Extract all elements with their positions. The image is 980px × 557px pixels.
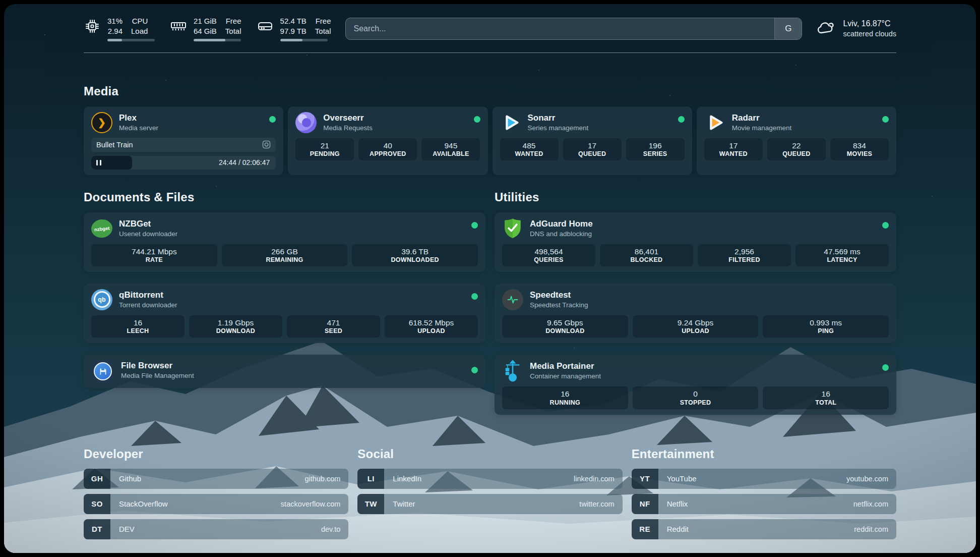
app-name: Overseerr [323,113,373,124]
stat-box: 9.24 Gbps UPLOAD [633,315,759,338]
status-online-dot [882,116,889,123]
links-column-social: Social LI LinkedIn linkedin.com TW Twitt… [357,447,622,539]
search-input[interactable] [346,18,775,39]
documents-column: Documents & Files nzbget NZBGet Usenet d… [84,190,485,415]
link-abbr-badge: YT [632,469,658,489]
link-abbr-badge: GH [84,469,110,489]
status-online-dot [471,293,478,300]
link-abbr-badge: TW [357,494,384,514]
weather-condition: scattered clouds [843,29,896,39]
section-title-social: Social [357,447,622,461]
status-online-dot [882,364,889,371]
qbittorrent-icon: qb [91,289,112,310]
stat-box: 16 LEECH [91,315,185,338]
app-subtitle: Usenet downloader [119,230,177,239]
system-stats: 31% 2.94 CPU Load [84,16,331,41]
app-name: Media Portainer [530,361,601,372]
section-title-documents: Documents & Files [84,190,485,204]
memory-progress-bar [194,39,241,41]
link-row-linkedin[interactable]: LI LinkedIn linkedin.com [357,469,622,489]
app-card-nzbget[interactable]: nzbget NZBGet Usenet downloader 744.21 M… [84,212,485,272]
app-card-radarr[interactable]: Radarr Movie management 17 WANTED 22 QUE… [697,106,896,175]
app-name: Speedtest [530,290,588,301]
app-card-adguard[interactable]: AdGuard Home DNS and adblocking 498,564 … [495,212,896,272]
cpu-widget: 31% 2.94 CPU Load [84,16,155,41]
link-row-stackoverflow[interactable]: SO StackOverflow stackoverflow.com [84,494,348,514]
app-card-plex[interactable]: ❯ Plex Media server Bullet Train [84,106,283,175]
cpu-load-value: 2.94 [107,26,122,36]
app-card-speedtest[interactable]: Speedtest Speedtest Tracking 9.65 Gbps D… [495,284,896,343]
status-online-dot [474,116,480,123]
stat-box: 0.993 ms PING [763,315,889,338]
header-divider [84,52,896,53]
status-online-dot [269,116,276,123]
now-playing-title: Bullet Train [96,141,133,149]
stat-box: 471 SEED [287,315,380,338]
links-column-developer: Developer GH Github github.com SO StackO… [84,447,348,539]
app-name: qBittorrent [119,290,177,301]
stat-box: 86,401 BLOCKED [600,244,693,266]
app-card-filebrowser[interactable]: File Browser Media File Management [84,355,485,388]
link-row-twitter[interactable]: TW Twitter twitter.com [357,494,622,514]
search-bar: G [345,18,803,40]
app-name: Sonarr [528,113,589,124]
app-card-qbittorrent[interactable]: qb qBittorrent Torrent downloader 16 [84,284,485,343]
section-title-media: Media [84,84,896,98]
disk-progress-bar [280,39,328,41]
stat-box: 2,956 FILTERED [698,244,791,266]
cpu-usage-label: CPU [131,16,148,26]
link-row-dev[interactable]: DT DEV dev.to [84,519,348,539]
search-engine-button[interactable]: G [774,18,802,39]
cpu-usage-value: 31% [107,16,122,26]
stat-box: 1.19 Gbps DOWNLOAD [189,315,282,338]
stat-box: 22 QUEUED [767,138,826,160]
app-subtitle: Movie management [732,124,792,133]
app-name: NZBGet [119,218,177,230]
app-card-overseerr[interactable]: Overseerr Media Requests 21 PENDING 40 A… [288,106,487,175]
plex-playback-progress: 24:44 / 02:06:47 [91,156,276,170]
playback-time: 24:44 / 02:06:47 [219,158,276,166]
pause-icon[interactable] [96,160,101,165]
stat-box: 498,564 QUERIES [502,244,595,266]
app-subtitle: Media server [119,124,158,133]
stat-box: 39.6 TB DOWNLOADED [352,244,478,266]
link-abbr-badge: DT [84,519,110,539]
memory-free-label: Free [225,16,241,26]
stat-box: 16 RUNNING [502,386,628,409]
disk-widget: 52.4 TB 97.9 TB Free Total [257,16,331,41]
disk-icon [257,18,274,35]
disk-total-label: Total [315,26,331,36]
status-online-dot [678,116,685,123]
status-online-dot [471,222,478,229]
filebrowser-icon [91,360,114,383]
memory-free-value: 21 GiB [194,16,217,26]
stat-box: 485 WANTED [500,138,559,160]
link-row-reddit[interactable]: RE Reddit reddit.com [632,519,896,539]
utilities-column: Utilities [495,190,896,415]
link-row-github[interactable]: GH Github github.com [84,469,348,489]
plex-icon: ❯ [91,112,112,133]
adguard-shield-icon [502,218,523,239]
link-row-netflix[interactable]: NF Netflix netflix.com [632,494,896,514]
stat-box: 47.569 ms LATENCY [795,244,889,266]
stat-box: 17 WANTED [704,138,763,160]
weather-location-temp: Lviv, 16.87°C [843,18,896,29]
radarr-icon [704,112,725,133]
app-subtitle: Speedtest Tracking [530,301,588,310]
stat-box: 9.65 Gbps DOWNLOAD [502,315,628,338]
link-abbr-badge: LI [357,469,384,489]
app-name: AdGuard Home [530,218,593,230]
stat-box: 618.52 Mbps UPLOAD [385,315,478,338]
memory-total-value: 64 GiB [194,26,217,36]
disk-free-label: Free [315,16,331,26]
app-subtitle: Series management [528,124,589,133]
link-row-youtube[interactable]: YT YouTube youtube.com [632,469,896,489]
stat-box: 16 TOTAL [763,386,889,409]
dashboard-window: 31% 2.94 CPU Load [4,4,976,553]
link-abbr-badge: NF [632,494,658,514]
app-card-sonarr[interactable]: Sonarr Series management 485 WANTED 17 Q… [493,106,692,175]
weather-widget[interactable]: Lviv, 16.87°C scattered clouds [816,18,896,39]
stat-box: 744.21 Mbps RATE [91,244,217,266]
stat-box: 834 MOVIES [830,138,889,160]
app-card-portainer[interactable]: Media Portainer Container management 16 … [495,355,896,414]
